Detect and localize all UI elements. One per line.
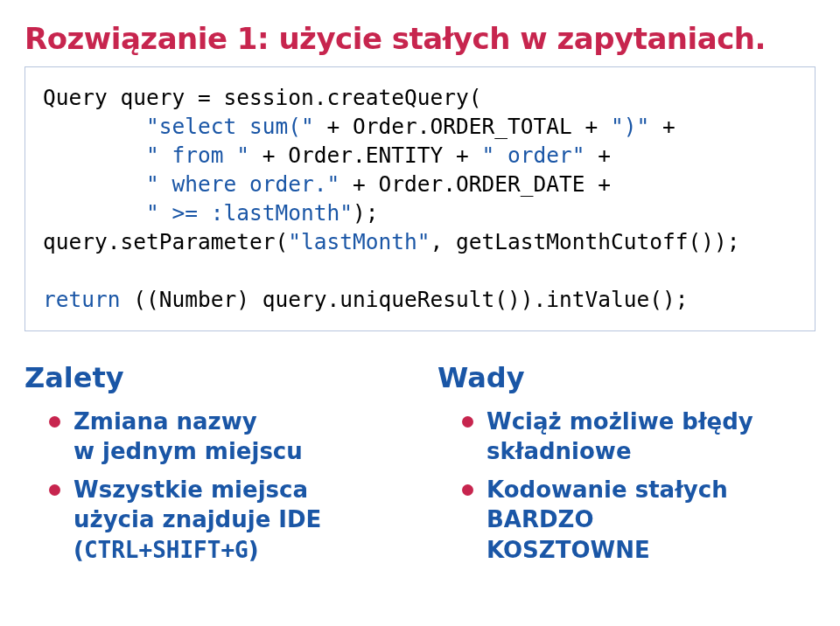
cons-column: Wady Wciąż możliwe błędyskładniowe Kodow… xyxy=(438,358,816,574)
code-string: ")" xyxy=(611,114,649,139)
code-block: Query query = session.createQuery( "sele… xyxy=(24,66,816,331)
code-text: + xyxy=(649,114,688,139)
list-item: Zmiana nazwyw jednym miejscu xyxy=(49,407,402,467)
list-item: Kodowanie stałychBARDZOKOSZTOWNE xyxy=(462,475,816,565)
code-keyword: return xyxy=(43,287,121,312)
code-string: " from " xyxy=(43,143,249,168)
code-text: + Order.ORDER_DATE + xyxy=(340,171,624,197)
list-item-text: Wszystkie miejscaużycia znajduje IDE(CTR… xyxy=(74,476,321,563)
code-text: , getLastMonthCutoff()); xyxy=(430,229,740,254)
pros-heading: Zalety xyxy=(24,361,402,394)
pros-column: Zalety Zmiana nazwyw jednym miejscu Wszy… xyxy=(24,358,402,574)
list-item: Wciąż możliwe błędyskładniowe xyxy=(462,407,816,467)
code-string: "lastMonth" xyxy=(288,229,430,254)
code-text: + Order.ENTITY + xyxy=(249,143,482,168)
code-string: " order" xyxy=(482,143,585,168)
code-string: " where order." xyxy=(43,171,340,197)
list-item: Wszystkie miejscaużycia znajduje IDE(CTR… xyxy=(49,475,402,565)
code-text: query.setParameter( xyxy=(43,229,288,254)
slide-title: Rozwiązanie 1: użycie stałych w zapytani… xyxy=(24,21,816,56)
code-string: "select sum(" xyxy=(43,114,314,139)
code-text: ((Number) query.uniqueResult()).intValue… xyxy=(121,287,689,312)
two-column-layout: Zalety Zmiana nazwyw jednym miejscu Wszy… xyxy=(24,358,816,574)
code-text: ); xyxy=(353,200,379,226)
code-text: + Order.ORDER_TOTAL + xyxy=(314,114,611,139)
code-text: + xyxy=(585,143,624,168)
code-string: " >= :lastMonth" xyxy=(43,200,353,226)
code-line: Query query = session.createQuery( xyxy=(43,85,482,110)
cons-heading: Wady xyxy=(438,361,816,394)
